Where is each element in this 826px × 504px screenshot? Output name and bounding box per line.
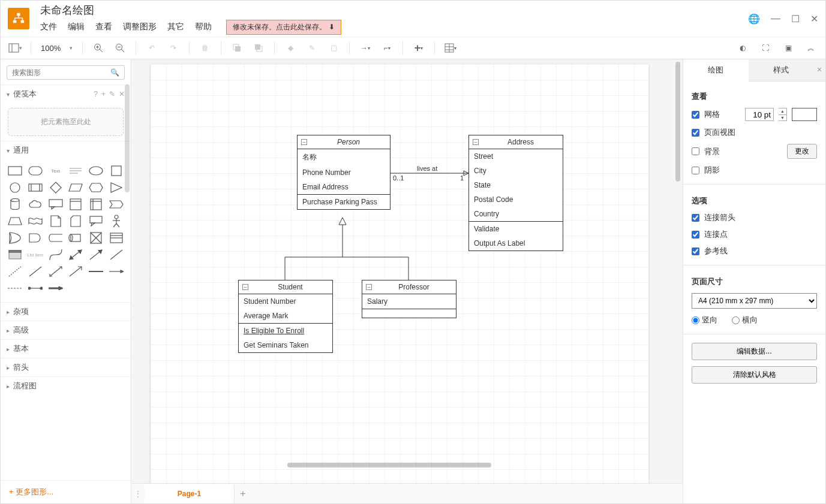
theme-icon[interactable]: ◐ [734, 40, 751, 56]
general-header[interactable]: ▾ 通用 [1, 141, 131, 159]
attr[interactable]: Country [469, 207, 563, 221]
tab-diagram[interactable]: 绘图 [683, 59, 749, 82]
attr[interactable]: Average Mark [239, 309, 332, 323]
shape-line[interactable] [108, 248, 125, 261]
page-options-icon[interactable]: ⋮ [131, 489, 145, 499]
shape-cloud[interactable] [27, 198, 44, 211]
shape-curve[interactable] [47, 248, 64, 261]
attr[interactable]: City [469, 164, 563, 178]
delete-icon[interactable]: 🗑 [197, 40, 214, 56]
background-checkbox[interactable] [692, 147, 699, 155]
op[interactable]: Output As Label [469, 236, 563, 251]
shape-xor[interactable] [88, 231, 104, 245]
op[interactable]: Validate [469, 222, 563, 236]
shadow-checkbox[interactable] [692, 167, 699, 174]
line-color-icon[interactable]: ✎ [304, 40, 320, 56]
shape-roundrect[interactable] [27, 164, 44, 177]
shape-and[interactable] [27, 231, 44, 245]
attr[interactable]: Phone Number [298, 165, 390, 180]
shape-conn1[interactable] [88, 265, 104, 278]
shape-conn4[interactable] [27, 282, 44, 295]
class-person[interactable]: –Person 名称 Phone Number Email Address Pu… [297, 135, 391, 210]
search-icon[interactable]: 🔍 [110, 68, 119, 77]
shape-internal[interactable] [88, 198, 104, 211]
shape-cylinder[interactable] [7, 198, 23, 211]
shape-callout[interactable] [47, 198, 64, 211]
to-front-icon[interactable] [229, 40, 245, 56]
shape-ellipse[interactable] [88, 164, 104, 177]
scratchpad-dropzone[interactable]: 把元素拖至此处 [8, 108, 124, 136]
arrows-header[interactable]: ▸箭头 [1, 358, 131, 376]
canvas[interactable]: –Person 名称 Phone Number Email Address Pu… [131, 59, 683, 483]
globe-icon[interactable]: 🌐 [748, 13, 760, 25]
more-shapes-link[interactable]: + 更多图形... [1, 480, 131, 503]
shape-actor[interactable] [108, 215, 125, 228]
grid-size-spinner[interactable]: ▲▼ [779, 108, 787, 121]
shape-rect[interactable] [7, 164, 23, 177]
shape-halfcircle[interactable] [68, 231, 85, 245]
pageview-checkbox[interactable] [692, 129, 699, 137]
window-maximize[interactable]: ☐ [791, 13, 800, 25]
attr[interactable]: Postal Code [469, 192, 563, 207]
undo-icon[interactable]: ↶ [143, 40, 160, 56]
shape-note[interactable] [47, 215, 64, 228]
collapse-icon[interactable]: – [366, 284, 372, 290]
add-page-button[interactable]: + [235, 488, 251, 499]
add-icon[interactable]: + [101, 90, 106, 98]
table-icon[interactable]: ▾ [442, 40, 459, 56]
shape-process[interactable] [27, 181, 44, 194]
fullscreen-icon[interactable]: ⛶ [757, 40, 774, 56]
insert-icon[interactable]: +▾ [410, 40, 427, 56]
unsaved-banner[interactable]: 修改未保存。点击此处保存。 ⬇ [226, 20, 341, 35]
guides-checkbox[interactable] [692, 248, 699, 255]
grid-checkbox[interactable] [692, 111, 699, 119]
tab-style[interactable]: 样式 [749, 59, 814, 82]
grid-color-swatch[interactable] [792, 108, 817, 121]
zoom-value[interactable]: 100% [41, 44, 66, 53]
misc-header[interactable]: ▸杂项 [1, 302, 131, 321]
shape-list[interactable] [108, 231, 125, 245]
shape-diamond[interactable] [47, 181, 64, 194]
attr[interactable]: Street [469, 149, 563, 164]
redo-icon[interactable]: ↷ [165, 40, 182, 56]
shape-callout2[interactable] [88, 215, 104, 228]
connection-icon[interactable]: →▾ [357, 40, 374, 56]
shape-biline[interactable] [47, 265, 64, 278]
waypoint-icon[interactable]: ⌐▾ [379, 40, 395, 56]
menu-edit[interactable]: 编辑 [68, 22, 85, 32]
paper-size-select[interactable]: A4 (210 mm x 297 mm) [692, 293, 817, 309]
op[interactable]: Purchase Parking Pass [298, 195, 390, 209]
shape-tape[interactable] [27, 215, 44, 228]
shape-arrow[interactable] [88, 248, 104, 261]
menu-extras[interactable]: 其它 [167, 22, 184, 32]
close-panel-icon[interactable]: × [813, 59, 825, 82]
multiplicity[interactable]: 0..1 [393, 174, 404, 182]
format-panel-icon[interactable]: ▣ [780, 40, 797, 56]
portrait-radio[interactable]: 竖向 [692, 315, 717, 325]
conn-arrows-checkbox[interactable] [692, 214, 699, 222]
edit-icon[interactable]: ✎ [109, 90, 115, 98]
multiplicity[interactable]: 1 [460, 174, 464, 182]
shape-conn5[interactable] [47, 282, 64, 295]
page-title[interactable]: 未命名绘图 [40, 3, 748, 17]
window-minimize[interactable]: — [771, 13, 780, 24]
collapse-icon[interactable]: – [301, 139, 307, 145]
shape-datastore[interactable] [47, 231, 64, 245]
window-close[interactable]: ✕ [810, 13, 818, 25]
attr[interactable]: State [469, 178, 563, 192]
shape-text[interactable]: Text [47, 164, 64, 177]
op[interactable]: Is Eligible To Enroll [239, 324, 332, 338]
edge-label[interactable]: lives at [417, 165, 437, 172]
edit-data-button[interactable]: 编辑数据... [692, 343, 817, 360]
search-input-wrap[interactable]: 🔍 [7, 65, 125, 80]
grid-size-input[interactable] [745, 108, 774, 121]
shape-parallelogram[interactable] [68, 181, 85, 194]
collapse-icon[interactable]: ︽ [803, 40, 819, 56]
v-scrollbar[interactable] [675, 59, 681, 465]
sidebar-toggle-icon[interactable]: ▾ [7, 40, 23, 56]
zoom-in-icon[interactable] [90, 40, 107, 56]
shape-trapezoid[interactable] [7, 215, 23, 228]
to-back-icon[interactable] [250, 40, 267, 56]
collapse-icon[interactable]: – [242, 284, 248, 290]
search-input[interactable] [12, 68, 110, 77]
